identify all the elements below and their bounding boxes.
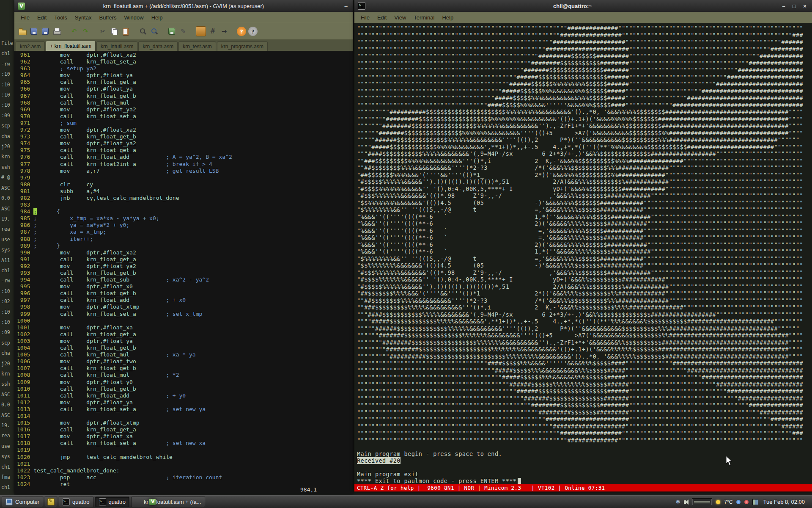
comment-text: ; sum [33, 120, 77, 126]
update-icon[interactable] [744, 500, 749, 504]
line-number: 1013 [17, 406, 33, 412]
terminal-menu-edit[interactable]: Edit [373, 12, 390, 23]
gvim-menu-edit[interactable]: Edit [33, 12, 50, 23]
code-text: mov dptr,#float_ya [33, 86, 133, 92]
find-icon[interactable] [138, 27, 148, 36]
volume-icon[interactable] [684, 500, 686, 504]
network-icon[interactable] [736, 500, 741, 504]
print-icon[interactable] [52, 27, 61, 36]
gvim-menu-buffers[interactable]: Buffers [95, 12, 120, 23]
comment-text: ; + y0 [166, 392, 186, 399]
code-line: 981 subb a,#4 [17, 188, 353, 195]
background-window-text: A11 [0, 255, 14, 265]
jump-icon[interactable] [219, 27, 229, 36]
line-number: 979 [17, 174, 33, 181]
undo-icon[interactable] [69, 27, 79, 36]
line-number: 975 [17, 147, 33, 153]
weather-icon[interactable] [716, 500, 720, 504]
line-number: 1017 [17, 433, 33, 439]
gvim-menu-file[interactable]: File [17, 12, 33, 23]
text-cursor: ; [33, 208, 37, 215]
minimize-icon[interactable]: – [342, 3, 350, 9]
mouse-cursor [726, 456, 733, 467]
code-line: 1001 mov dptr,#float_xa [17, 324, 353, 331]
terminal-menu-terminal[interactable]: Terminal [410, 12, 438, 23]
background-window-text: cha [0, 348, 14, 358]
copy-icon[interactable] [110, 27, 119, 36]
gvim-text-area[interactable]: 961 mov dptr,#float_xa2 962 call krn_flo… [14, 51, 353, 486]
toolbar-separator [92, 26, 96, 36]
gvim-titlebar[interactable]: krn_floatutil.asm + (/add/chil/src/8051/… [14, 0, 353, 12]
paste-icon[interactable] [121, 27, 130, 36]
help-icon[interactable] [237, 27, 246, 36]
code-line: 1018 call krn_float_set_a ; set new xa [17, 440, 353, 447]
background-terminal-window[interactable]: Filech1-rw:10:10:10:10:09scpchaj20krnssh… [0, 0, 14, 496]
code-line: 976 call krn_float_add ; A = ya^2, B = x… [17, 154, 353, 160]
system-tray: ❄ 7°C Tue Feb 8, 02:00 [675, 498, 810, 506]
script-icon[interactable] [178, 27, 188, 36]
line-number: 983 [17, 202, 33, 208]
code-text: call krn_float_get_b [33, 270, 136, 276]
terminal-menu-view[interactable]: View [390, 12, 410, 23]
save-icon[interactable] [29, 27, 38, 36]
open-icon[interactable] [18, 27, 27, 36]
tab-krn-test-asm[interactable]: krn_test.asm [178, 41, 216, 51]
redo-icon[interactable] [81, 27, 90, 36]
terminal-output-line [357, 464, 812, 471]
code-text: call krn_float_set_a [33, 113, 136, 119]
computer-menu-button[interactable]: Computer [2, 497, 43, 507]
code-line: 1015 mov dptr,#float_xtmp [17, 420, 353, 426]
line-number: 1009 [17, 379, 33, 385]
tab-krn-programs-asm[interactable]: krn_programs.asm [217, 41, 268, 51]
gvim-menu-window[interactable]: Window [120, 12, 147, 23]
tags-icon[interactable] [208, 27, 217, 36]
make-icon[interactable] [196, 26, 206, 36]
cut-icon[interactable] [98, 27, 107, 36]
terminal-screen[interactable]: """"""""""""""""""""""""""""""""""""""""… [354, 23, 812, 491]
tab--krn-floatutil-asm[interactable]: + krn_floatutil.asm [46, 41, 96, 51]
workspace-switcher-icon[interactable] [752, 499, 758, 505]
code-line: 1022 test_calc_mandelbrot_done: [17, 467, 353, 474]
background-window-text: :10 [0, 307, 14, 317]
findhelp-icon[interactable] [248, 27, 258, 36]
launcher-button[interactable] [45, 497, 57, 507]
saveall-icon[interactable] [41, 27, 50, 36]
code-line: 961 mov dptr,#float_xa2 [17, 52, 353, 58]
temperature-indicator[interactable]: 7°C [724, 499, 732, 505]
gvim-menu-tools[interactable]: Tools [50, 12, 71, 23]
clock[interactable]: Tue Feb 8, 02:00 [762, 499, 807, 505]
terminal-menu-file[interactable]: File [357, 12, 373, 23]
replace-icon[interactable] [150, 27, 159, 36]
gvim-menu-help[interactable]: Help [148, 12, 167, 23]
terminal-output-line: Main program begin - press space to end. [357, 450, 812, 457]
code-text: pop acc [33, 474, 166, 480]
tray-applet[interactable] [692, 498, 712, 506]
taskbar-button[interactable]: quattro [59, 497, 93, 507]
taskbar-button[interactable]: quattro [95, 497, 129, 507]
toolbar-separator [231, 26, 235, 36]
output-text: Main program exit [357, 471, 419, 478]
tab-krn-intutil-asm[interactable]: krn_intutil.asm [96, 41, 137, 51]
code-text: mov dptr,#float_xa2 [33, 249, 136, 256]
tab-krn-data-asm[interactable]: krn_data.asm [138, 41, 178, 51]
session-icon[interactable] [167, 27, 176, 36]
tab-krn2-asm[interactable]: krn2.asm [16, 41, 45, 51]
minimize-icon[interactable]: – [780, 3, 787, 9]
comment-text: ; iteration count [166, 474, 222, 480]
terminal-cursor [518, 478, 521, 484]
code-line: 963 ; setup ya2 [17, 65, 353, 72]
terminal-menu-help[interactable]: Help [438, 12, 457, 23]
taskbar-button[interactable]: krn_floatutil.asm + (/a... [131, 497, 205, 507]
line-number: 1023 [17, 474, 33, 480]
taskbar: Computer quattroquattrokrn_floatutil.asm… [0, 495, 812, 508]
snowflake-icon[interactable]: ❄ [675, 499, 680, 505]
background-window-text: :10 [0, 317, 14, 327]
terminal-titlebar[interactable]: chil@quattro:~ – □ × [354, 0, 812, 12]
line-number: 970 [17, 113, 33, 119]
code-text: call krn_float_sub [33, 276, 166, 283]
line-number: 1022 [17, 467, 33, 474]
gvim-menu-syntax[interactable]: Syntax [71, 12, 96, 23]
line-number: 993 [17, 270, 33, 276]
close-icon[interactable]: × [801, 3, 809, 9]
maximize-icon[interactable]: □ [790, 3, 798, 9]
